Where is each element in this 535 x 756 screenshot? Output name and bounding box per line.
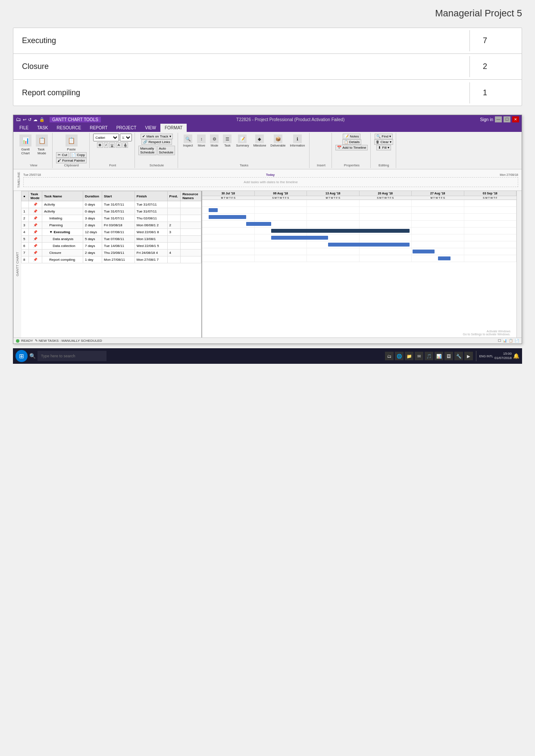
- taskbar-app-4[interactable]: ✉: [415, 352, 423, 360]
- redo-icon[interactable]: ↺: [28, 117, 31, 122]
- gantt-cell: [412, 228, 464, 234]
- milestone-button[interactable]: ◆ Milestone: [251, 134, 268, 148]
- bold-button[interactable]: B: [97, 142, 103, 148]
- taskbar-app-6[interactable]: 📊: [435, 352, 443, 360]
- gantt-cell: [464, 255, 517, 262]
- tab-task[interactable]: TASK: [33, 124, 52, 132]
- taskbar-app-1[interactable]: 🗂: [385, 352, 394, 360]
- tab-file[interactable]: FILE: [15, 124, 33, 132]
- task-button[interactable]: ☰ Task: [221, 134, 233, 148]
- information-button[interactable]: ℹ Information: [288, 134, 307, 148]
- taskbar-app-9[interactable]: ▶: [464, 352, 473, 360]
- status-icon-4[interactable]: 📄: [515, 339, 519, 343]
- taskbar-app-2[interactable]: 🌐: [395, 352, 404, 360]
- maximize-button[interactable]: ☐: [504, 116, 510, 122]
- gantt-subheader-cell: M T W T F S: [202, 196, 255, 200]
- activate-windows-overlay: Activate Windows Go to Settings to activ…: [463, 330, 511, 336]
- close-button[interactable]: ✕: [512, 116, 519, 122]
- find-button[interactable]: 🔍 Find ▾: [375, 134, 393, 139]
- gantt-cell: [255, 214, 307, 220]
- table-row: 📌 Activity 0 days Tue 31/07/11 Tue 31/07…: [22, 201, 201, 208]
- search-icon: 🔍: [29, 353, 36, 359]
- task-mode-button[interactable]: 📋 TaskMode: [34, 134, 50, 156]
- start-button[interactable]: ⊞: [16, 350, 28, 362]
- bg-color-button[interactable]: A: [116, 142, 122, 148]
- table-row: 6 📌 Data collection 7 days Tue 14/08/11 …: [22, 243, 201, 250]
- signin-label[interactable]: Sign in: [480, 117, 493, 122]
- summary-icon: 📝: [238, 134, 247, 143]
- taskbar-app-8[interactable]: 🔧: [454, 352, 463, 360]
- ribbon-group-font: Calibri 11 B I U A A̲ Font: [91, 133, 135, 168]
- summary-button[interactable]: 📝 Summary: [234, 134, 250, 148]
- ribbon-group-view: 📊 GanttChart 📋 TaskMode View: [15, 133, 53, 168]
- gantt-row: [202, 255, 516, 262]
- cut-button[interactable]: ✂ Cut: [56, 152, 69, 158]
- gantt-cell: [255, 200, 307, 206]
- windows-taskbar: ⊞ 🔍 🗂 🌐 📁 ✉ 🎵 📊 🖼 🔧 ▶ ENG INTL 15:00 01/…: [13, 348, 522, 364]
- minimize-button[interactable]: —: [495, 116, 502, 122]
- task-mode-cell: 📌: [28, 256, 42, 263]
- task-name-cell[interactable]: Activity: [42, 201, 83, 208]
- scrollbar[interactable]: [516, 191, 522, 337]
- font-color-button[interactable]: A̲: [122, 142, 128, 148]
- deliverable-button[interactable]: 📦 Deliverable: [269, 134, 287, 148]
- font-size-select[interactable]: 11: [120, 134, 132, 141]
- inspect-button[interactable]: 🔍 Inspect: [181, 134, 195, 148]
- task-finish-cell: Tue 31/07/11: [135, 201, 167, 208]
- fill-button[interactable]: ⬇ Fill ▾: [376, 145, 391, 150]
- col-finish: Finish: [135, 191, 167, 201]
- task-name-cell[interactable]: Closure: [42, 250, 83, 256]
- format-painter-button[interactable]: 🖌 Format Painter: [56, 158, 87, 163]
- new-tasks-label: ✎ NEW TASKS : MANUALLY SCHEDULED: [35, 339, 102, 343]
- task-name-cell[interactable]: Planning: [42, 222, 83, 229]
- taskbar-app-3[interactable]: 📁: [405, 352, 413, 360]
- task-name-cell[interactable]: Report compiling: [42, 256, 83, 263]
- tab-project[interactable]: PROJECT: [112, 124, 141, 132]
- task-duration-cell: 0 days: [83, 201, 102, 208]
- auto-schedule-button[interactable]: AutoSchedule: [157, 146, 175, 155]
- task-name-cell[interactable]: Activity: [42, 208, 83, 215]
- gantt-header-cell: 30 Jul '18: [202, 191, 255, 196]
- gantt-cell: [412, 234, 464, 241]
- gantt-cell: [464, 214, 517, 220]
- task-pred-cell: [167, 236, 181, 243]
- clear-button[interactable]: 🗑 Clear ▾: [374, 139, 393, 145]
- tab-report[interactable]: REPORT: [85, 124, 112, 132]
- italic-button[interactable]: I: [104, 142, 108, 148]
- timeline-area: TIMELINE Tue 25/07/18 Today Mon 27/08/18…: [13, 169, 522, 191]
- gantt-chart-button[interactable]: 📊 GanttChart: [18, 134, 33, 156]
- status-icon-1[interactable]: ☐: [498, 339, 501, 343]
- gantt-cell: [464, 241, 517, 248]
- mark-on-track-button[interactable]: ✔ Mark on Track ▾: [141, 134, 172, 139]
- taskbar-app-5[interactable]: 🎵: [425, 352, 433, 360]
- add-to-timeline-button[interactable]: 📅 Add to Timeline: [335, 145, 368, 150]
- table-row: 4 📌 ▼ Executing 12 days Tue 07/08/11 Wed…: [22, 229, 201, 236]
- underline-button[interactable]: U: [109, 142, 115, 148]
- details-button[interactable]: 📋 Details: [342, 139, 362, 145]
- taskbar-app-7[interactable]: 🖼: [444, 352, 453, 360]
- task-name-cell[interactable]: Data collection: [42, 243, 83, 250]
- tab-view[interactable]: VIEW: [141, 124, 160, 132]
- search-input[interactable]: [38, 351, 106, 361]
- move-button[interactable]: ↕ Move: [195, 134, 207, 148]
- task-id-cell: 8: [22, 256, 29, 263]
- tab-resource[interactable]: RESOURCE: [53, 124, 86, 132]
- undo-icon[interactable]: ↩: [23, 117, 26, 122]
- manually-schedule-button[interactable]: ManuallySchedule: [138, 146, 156, 155]
- task-finish-cell: Wed 22/08/1 8: [135, 229, 167, 236]
- notes-button[interactable]: 📝 Notes: [343, 134, 360, 139]
- taskbar-notification-icon[interactable]: 🔔: [513, 353, 519, 359]
- task-duration-cell: 2 days: [83, 250, 102, 256]
- tab-format[interactable]: FORMAT: [160, 124, 187, 132]
- task-name-cell[interactable]: Data analysis: [42, 236, 83, 243]
- paste-button[interactable]: 📋 Paste: [64, 134, 79, 152]
- respect-links-button[interactable]: 🔗 Respect Links: [141, 139, 172, 145]
- font-family-select[interactable]: Calibri: [93, 134, 119, 141]
- task-name-cell[interactable]: ▼ Executing: [42, 229, 83, 236]
- status-icon-2[interactable]: 📊: [503, 339, 507, 343]
- copy-button[interactable]: 📄 Copy: [70, 152, 87, 158]
- mode-button[interactable]: ⚙ Mode: [208, 134, 220, 148]
- col-resources: ResourceNames: [181, 191, 201, 201]
- task-name-cell[interactable]: Initiating: [42, 215, 83, 222]
- status-icon-3[interactable]: 📋: [509, 339, 513, 343]
